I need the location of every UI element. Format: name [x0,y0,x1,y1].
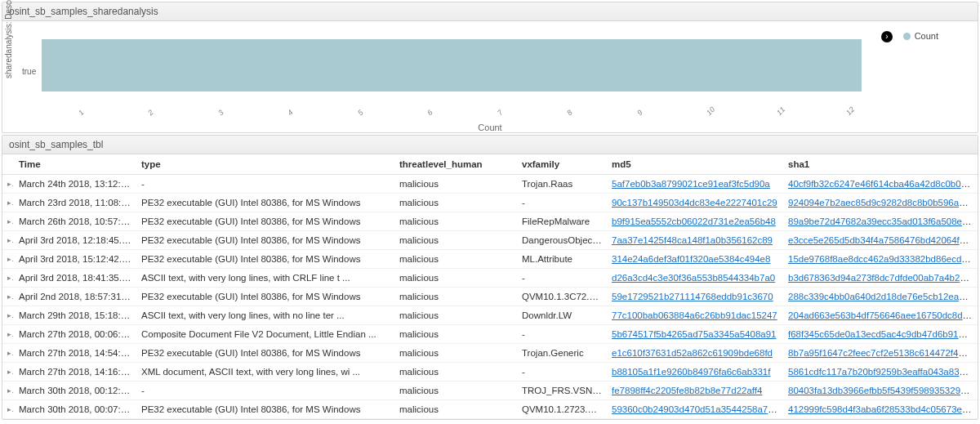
bar-true[interactable] [42,39,862,91]
cell-type: PE32 executable (GUI) Intel 80386, for M… [136,250,394,269]
md5-link[interactable]: 77c100bab063884a6c26bb91dac15247 [612,310,777,320]
cell-type: PE32 executable (GUI) Intel 80386, for M… [136,288,394,306]
cell-threat: malicious [394,212,517,231]
cell-threat: malicious [394,382,517,400]
cell-threat: malicious [394,400,517,419]
expand-row-icon[interactable]: ▸ [2,288,14,306]
expand-row-icon[interactable]: ▸ [2,175,14,194]
cell-md5: 77c100bab063884a6c26bb91dac15247 [607,306,783,325]
cell-vxfamily: TROJ_FRS.VSN1DC18 [517,382,607,400]
cell-time: March 27th 2018, 14:16:50.000 [14,363,136,382]
sha1-link[interactable]: b3d678363d94a273f8dc7dfde00ab7a4b26496ba [788,273,978,283]
col-threat[interactable]: threatlevel_human [394,154,517,175]
sha1-link[interactable]: 924094e7b2aec85d9c9282d8c8b0b596a24695bb [788,198,978,208]
col-vx[interactable]: vxfamily [517,154,607,175]
x-ticks: 123456789101112 [42,105,880,119]
x-tick: 5 [356,108,365,117]
chart-panel-title[interactable]: osint_sb_samples_sharedanalysis [2,2,978,21]
sha1-link[interactable]: e3cce5e265d5db34f4a7586476bd42064f47484e [788,235,978,245]
expand-row-icon[interactable]: ▸ [2,382,14,400]
md5-link[interactable]: 7aa37e1425f48ca148f1a0b356162c89 [612,235,773,245]
col-time[interactable]: Time [14,154,136,175]
chart-next-icon[interactable]: › [881,31,893,42]
md5-link[interactable]: 5b674517f5b4265ad75a3345a5408a91 [612,329,776,339]
cell-sha1: 40cf9fb32c6247e46f614cba46a42d8c0b09f0d5 [783,175,978,194]
x-tick: 10 [705,105,716,117]
col-expand [2,154,14,175]
col-type[interactable]: type [136,154,394,175]
expand-row-icon[interactable]: ▸ [2,194,14,212]
cell-threat: malicious [394,288,517,306]
col-sha1[interactable]: sha1 [783,154,978,175]
x-tick: 3 [216,108,225,117]
cell-threat: malicious [394,269,517,288]
expand-row-icon[interactable]: ▸ [2,306,14,325]
table-row: ▸March 23rd 2018, 11:08:46.000PE32 execu… [2,194,978,212]
cell-vxfamily: - [517,194,607,212]
cell-time: March 26th 2018, 10:57:42.000 [14,212,136,231]
md5-link[interactable]: 59360c0b24903d470d51a3544258a763 [612,404,778,414]
cell-vxfamily: FileRepMalware [517,212,607,231]
sha1-link[interactable]: 8b7a95f1647c2feec7cf2e5138c614472f4aff7c [788,348,978,358]
expand-row-icon[interactable]: ▸ [2,250,14,269]
cell-md5: e1c610f37631d52a862c61909bde68fd [607,344,783,363]
table-row: ▸April 3rd 2018, 15:12:42.000PE32 execut… [2,250,978,269]
table-panel-title[interactable]: osint_sb_samples_tbl [2,136,978,154]
expand-row-icon[interactable]: ▸ [2,212,14,231]
table-row: ▸April 2nd 2018, 18:57:31.000PE32 execut… [2,288,978,306]
md5-link[interactable]: 59e1729521b271114768eddb91c3670 [612,292,773,301]
expand-row-icon[interactable]: ▸ [2,325,14,344]
sha1-link[interactable]: 5861cdfc117a7b20bf9259b3eaffa043a83539de [788,367,978,377]
x-tick: 2 [146,108,155,117]
md5-link[interactable]: 5af7eb0b3a8799021ce91eaf3fc5d90a [612,179,770,189]
cell-type: PE32 executable (GUI) Intel 80386, for M… [136,400,394,419]
cell-threat: malicious [394,344,517,363]
cell-vxfamily: Trojan.Raas [517,175,607,194]
table-row: ▸March 30th 2018, 00:07:59.000PE32 execu… [2,400,978,419]
cell-md5: b88105a1f1e9260b84976fa6c6ab331f [607,363,783,382]
cell-threat: malicious [394,325,517,344]
md5-link[interactable]: 314e24a6def3af01f320ae5384c494e8 [612,254,770,264]
cell-vxfamily: QVM10.1.3C72.Malware [517,288,607,306]
sha1-link[interactable]: f68f345c65de0a13ecd5ac4c9db47d6b91d93602 [788,329,978,339]
expand-row-icon[interactable]: ▸ [2,363,14,382]
sha1-link[interactable]: 40cf9fb32c6247e46f614cba46a42d8c0b09f0d5 [788,179,978,189]
md5-link[interactable]: e1c610f37631d52a862c61909bde68fd [612,348,773,358]
md5-link[interactable]: b9f915ea5552cb06022d731e2ea56b48 [612,216,776,226]
cell-type: PE32 executable (GUI) Intel 80386, for M… [136,231,394,250]
cell-sha1: 288c339c4bb0a640d2d18de76e5cb12ea6fd8818 [783,288,978,306]
cell-time: March 30th 2018, 00:07:59.000 [14,400,136,419]
cell-time: April 3rd 2018, 12:18:45.000 [14,231,136,250]
cell-threat: malicious [394,231,517,250]
cell-sha1: 80403fa13db3966efbb5f5439f59893532911e83 [783,382,978,400]
expand-row-icon[interactable]: ▸ [2,231,14,250]
md5-link[interactable]: d26a3cd4c3e30f36a553b8544334b7a0 [612,273,775,283]
col-md5[interactable]: md5 [607,154,783,175]
expand-row-icon[interactable]: ▸ [2,269,14,288]
cell-sha1: 8b7a95f1647c2feec7cf2e5138c614472f4aff7c [783,344,978,363]
cell-vxfamily: Trojan.Generic [517,344,607,363]
x-tick: 7 [496,108,505,117]
sha1-link[interactable]: 204ad663e563b4df756646aee16750dc8d02c073 [788,310,978,320]
expand-row-icon[interactable]: ▸ [2,344,14,363]
table-row: ▸March 26th 2018, 10:57:42.000PE32 execu… [2,212,978,231]
chart-legend[interactable]: Count [903,31,938,41]
table-row: ▸March 27th 2018, 00:06:40.000Composite … [2,325,978,344]
cell-type: PE32 executable (GUI) Intel 80386, for M… [136,344,394,363]
cell-time: March 27th 2018, 14:54:02.000 [14,344,136,363]
samples-table: Time type threatlevel_human vxfamily md5… [2,154,978,419]
expand-row-icon[interactable]: ▸ [2,400,14,419]
cell-type: PE32 executable (GUI) Intel 80386, for M… [136,194,394,212]
md5-link[interactable]: b88105a1f1e9260b84976fa6c6ab331f [612,367,770,377]
sha1-link[interactable]: 15de9768f8ae8dcc462a9d33382bd86ecd5925ac [788,254,978,264]
sha1-link[interactable]: 89a9be72d47682a39ecc35ad013f6a508ea6f57b [788,216,978,226]
sha1-link[interactable]: 288c339c4bb0a640d2d18de76e5cb12ea6fd8818 [788,292,978,301]
table-row: ▸March 29th 2018, 15:18:29.000ASCII text… [2,306,978,325]
md5-link[interactable]: fe7898ff4c2205fe8b82b8e77d22aff4 [612,386,762,395]
cell-threat: malicious [394,306,517,325]
x-tick: 6 [425,108,434,117]
sha1-link[interactable]: 80403fa13db3966efbb5f5439f59893532911e83 [788,386,978,395]
table-header-row: Time type threatlevel_human vxfamily md5… [2,154,978,175]
sha1-link[interactable]: 412999fc598d4f3aba6f28533bd4c05673eb5b98 [788,404,978,414]
md5-link[interactable]: 90c137b149503d4dc83e4e2227401c29 [612,198,777,208]
